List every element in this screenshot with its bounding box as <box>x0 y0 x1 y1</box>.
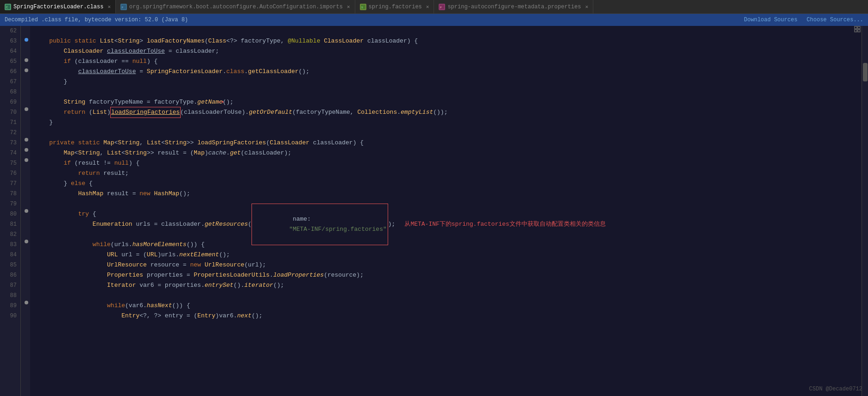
code-line-74: Map< String, List< String>> result = ( M… <box>35 148 863 158</box>
code-line-76: return result; <box>35 168 863 179</box>
tab3-label: spring.factories <box>369 4 422 10</box>
ln-73: 73 <box>4 138 17 148</box>
svg-text:C: C <box>6 6 8 9</box>
gutter-marker-75 <box>25 158 28 162</box>
code-content[interactable]: public static List<String> loadFactoryNa… <box>30 26 868 396</box>
ln-67: 67 <box>4 77 17 87</box>
code-line-88 <box>35 291 863 301</box>
svg-text:F: F <box>122 6 124 9</box>
line-numbers: 62 63 64 65 66 67 68 69 70 71 72 73 74 7… <box>0 26 21 396</box>
code-line-84: URL url = ( URL)urls. nextElement(); <box>35 250 863 260</box>
code-line-82 <box>35 229 863 240</box>
info-bar-links: Download Sources Choose Sources... <box>744 17 863 23</box>
svg-text:P: P <box>440 6 442 9</box>
ln-82: 82 <box>4 229 17 240</box>
ln-71: 71 <box>4 118 17 128</box>
ln-86: 86 <box>4 270 17 280</box>
code-line-85: UrlResource resource = new UrlResource(u… <box>35 260 863 270</box>
gutter-marker-63 <box>25 38 28 42</box>
code-line-89: while(var6. hasNext()) { <box>35 301 863 311</box>
code-area: 62 63 64 65 66 67 68 69 70 71 72 73 74 7… <box>0 26 868 396</box>
ln-70: 70 <box>4 107 17 118</box>
tab1-close[interactable]: ✕ <box>107 4 111 10</box>
gutter-marker-83 <box>25 240 28 243</box>
svg-rect-9 <box>858 26 860 29</box>
code-line-68 <box>35 87 863 97</box>
ln-72: 72 <box>4 128 17 138</box>
choose-sources-link[interactable]: Choose Sources... <box>807 17 863 23</box>
scroll-indicator[interactable] <box>862 26 868 396</box>
ln-89: 89 <box>4 301 17 311</box>
ln-90: 90 <box>4 311 17 321</box>
svg-rect-10 <box>855 30 857 32</box>
ln-76: 76 <box>4 168 17 179</box>
ln-84: 84 <box>4 250 17 260</box>
gutter-marker-66 <box>25 68 28 72</box>
info-bar: Decompiled .class file, bytecode version… <box>0 14 868 26</box>
gutter-marker-80 <box>25 209 28 213</box>
code-line-66: classLoaderToUse = SpringFactoriesLoader… <box>35 67 863 77</box>
decompiled-info: Decompiled .class file, bytecode version… <box>5 17 188 23</box>
tab-spring-autoconfigure-metadata[interactable]: P spring-autoconfigure-metadata.properti… <box>434 0 593 13</box>
code-line-70: return ( List) loadSpringFactories (clas… <box>35 107 863 118</box>
code-line-65: if (classLoader == null) { <box>35 56 863 67</box>
code-line-77: } else { <box>35 179 863 189</box>
ln-88: 88 <box>4 291 17 301</box>
highlight-load-spring-factories: loadSpringFactories <box>110 107 181 118</box>
tab4-close[interactable]: ✕ <box>585 4 588 10</box>
code-line-64: ClassLoader classLoaderToUse = classLoad… <box>35 46 863 56</box>
ln-83: 83 <box>4 240 17 250</box>
code-line-71: } <box>35 118 863 128</box>
tab-bar: C SpringFactoriesLoader.class ✕ F org.sp… <box>0 0 868 14</box>
code-line-62 <box>35 26 863 36</box>
expand-icon[interactable] <box>854 26 861 34</box>
tab-autoconfiguration-imports[interactable]: F org.springframework.boot.autoconfigure… <box>116 0 355 13</box>
code-line-79 <box>35 199 863 209</box>
tab3-close[interactable]: ✕ <box>426 4 429 10</box>
ln-79: 79 <box>4 199 17 209</box>
code-line-72 <box>35 128 863 138</box>
tab2-label: org.springframework.boot.autoconfigure.A… <box>129 4 343 10</box>
download-sources-link[interactable]: Download Sources <box>744 17 797 23</box>
ln-81: 81 <box>4 219 17 229</box>
ln-62: 62 <box>4 26 17 36</box>
ln-77: 77 <box>4 179 17 189</box>
ln-78: 78 <box>4 189 17 199</box>
svg-text:S: S <box>361 6 363 9</box>
code-line-67: } <box>35 77 863 87</box>
tab-spring-factories-loader[interactable]: C SpringFactoriesLoader.class ✕ <box>0 0 116 13</box>
gutter-marker-89 <box>25 301 28 304</box>
tab2-close[interactable]: ✕ <box>347 4 350 10</box>
code-line-73: private static Map< String, List< String… <box>35 138 863 148</box>
ln-64: 64 <box>4 46 17 56</box>
code-line-90: Entry<?, ?> entry = ( Entry)var6. next()… <box>35 311 863 321</box>
code-line-69: String factoryTypeName = factoryType. ge… <box>35 97 863 107</box>
svg-rect-11 <box>858 30 860 32</box>
ln-87: 87 <box>4 280 17 291</box>
code-line-78: HashMap result = new HashMap(); <box>35 189 863 199</box>
tab1-label: SpringFactoriesLoader.class <box>13 4 103 10</box>
ln-68: 68 <box>4 87 17 97</box>
gutter-marker-65 <box>25 58 28 62</box>
code-line-80: try { <box>35 209 863 219</box>
ln-69: 69 <box>4 97 17 107</box>
gutter <box>21 26 30 396</box>
ln-63: 63 <box>4 36 17 46</box>
svg-rect-8 <box>855 26 857 29</box>
ln-85: 85 <box>4 260 17 270</box>
code-line-83: while(urls. hasMoreElements()) { <box>35 240 863 250</box>
code-line-86: Properties properties = PropertiesLoader… <box>35 270 863 280</box>
code-line-63: public static List<String> loadFactoryNa… <box>35 36 863 46</box>
ln-66: 66 <box>4 67 17 77</box>
gutter-marker-74 <box>25 148 28 152</box>
tab-spring-factories[interactable]: S spring.factories ✕ <box>355 0 434 13</box>
gutter-marker-73 <box>25 138 28 142</box>
code-line-75: if (result != null) { <box>35 158 863 168</box>
watermark: CSDN @Decade0712 <box>809 386 862 392</box>
tab4-label: spring-autoconfigure-metadata.properties <box>447 4 581 10</box>
ln-75: 75 <box>4 158 17 168</box>
code-line-81: Enumeration urls = classLoader. getResou… <box>35 219 863 229</box>
scroll-thumb <box>863 63 868 81</box>
ln-80: 80 <box>4 209 17 219</box>
gutter-marker-70 <box>25 107 28 111</box>
